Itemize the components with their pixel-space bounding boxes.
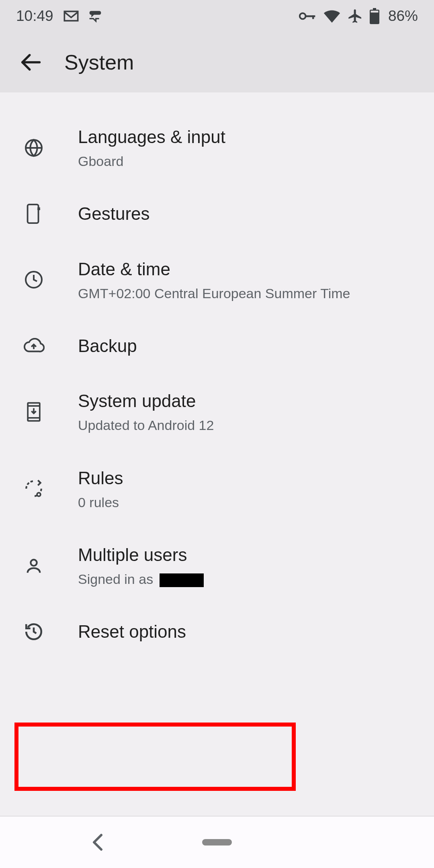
item-title: Backup — [78, 334, 137, 357]
cloud-upload-icon — [22, 338, 46, 354]
svg-rect-9 — [28, 205, 39, 223]
notification-icon — [87, 10, 103, 23]
page-title: System — [64, 50, 134, 74]
svg-point-0 — [300, 13, 306, 19]
multiple-users-item[interactable]: Multiple users Signed in as — [0, 527, 434, 604]
gestures-icon — [22, 204, 46, 224]
backup-item[interactable]: Backup — [0, 318, 434, 373]
highlight-annotation — [14, 723, 296, 791]
item-title: Gestures — [78, 202, 150, 225]
history-icon — [22, 622, 46, 642]
svg-rect-4 — [373, 8, 376, 10]
item-title: Reset options — [78, 620, 186, 643]
app-bar: System — [0, 32, 434, 92]
date-time-item[interactable]: Date & time GMT+02:00 Central European S… — [0, 242, 434, 318]
svg-rect-5 — [371, 11, 379, 13]
system-update-icon — [22, 401, 46, 422]
clock-icon — [22, 270, 46, 289]
reset-options-item[interactable]: Reset options — [0, 604, 434, 659]
settings-list: Languages & input Gboard Gestures Date &… — [0, 92, 434, 659]
gestures-item[interactable]: Gestures — [0, 186, 434, 241]
item-title: Date & time — [78, 258, 350, 280]
rules-item[interactable]: Rules 0 rules — [0, 450, 434, 527]
item-subtitle: Signed in as — [78, 570, 204, 588]
globe-icon — [22, 138, 46, 158]
home-handle[interactable] — [202, 839, 232, 845]
wifi-icon — [323, 9, 341, 23]
battery-percent: 86% — [388, 8, 418, 25]
item-title: System update — [78, 389, 214, 412]
item-subtitle: Gboard — [78, 152, 225, 170]
back-button[interactable] — [16, 48, 45, 77]
navigation-bar — [0, 816, 434, 868]
vpn-key-icon — [299, 11, 317, 21]
item-title: Rules — [78, 467, 123, 489]
gmail-icon — [63, 10, 79, 22]
rules-icon — [22, 479, 46, 499]
battery-icon — [370, 8, 379, 24]
airplane-icon — [347, 8, 363, 24]
item-title: Multiple users — [78, 543, 204, 566]
status-time: 10:49 — [16, 8, 53, 25]
nav-back-button[interactable] — [92, 833, 103, 851]
svg-rect-2 — [312, 15, 314, 19]
item-subtitle: GMT+02:00 Central European Summer Time — [78, 285, 350, 302]
person-icon — [22, 557, 46, 575]
languages-input-item[interactable]: Languages & input Gboard — [0, 109, 434, 186]
svg-point-15 — [38, 493, 40, 495]
svg-point-16 — [31, 559, 37, 565]
status-bar: 10:49 86% — [0, 0, 434, 32]
system-update-item[interactable]: System update Updated to Android 12 — [0, 373, 434, 450]
redacted-username — [160, 573, 204, 587]
item-subtitle: 0 rules — [78, 493, 123, 511]
item-title: Languages & input — [78, 125, 225, 148]
arrow-left-icon — [20, 51, 41, 73]
item-subtitle: Updated to Android 12 — [78, 416, 214, 434]
